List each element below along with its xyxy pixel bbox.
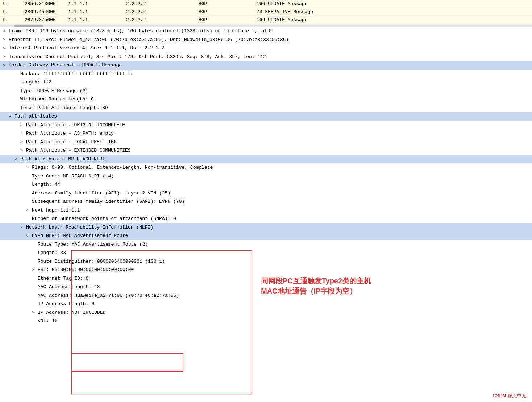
cell-dst: 2.2.2.2 — [123, 8, 196, 16]
watermark: CSDN @无中无 — [492, 393, 526, 399]
spacer8 — [26, 190, 31, 196]
extcomm-text: Path Attribute - EXTENDED_COMMUNITIES — [26, 147, 131, 154]
frame-text: Frame 989: 166 bytes on wire (1328 bits)… — [9, 28, 272, 35]
spacer15 — [32, 284, 37, 290]
toggle-mpreach[interactable]: v — [14, 156, 20, 162]
spacer13 — [32, 258, 37, 264]
cell-time: 2879.375000 — [22, 16, 65, 24]
detail-line-localpref[interactable]: > Path Attribute - LOCAL_PREF: 100 — [0, 138, 532, 147]
vni-text: VNI: 10 — [38, 317, 58, 325]
flags-text: Flags: 0x90, Optional, Extended-Length, … — [32, 164, 213, 171]
cell-len — [232, 0, 254, 8]
detail-line-rd: Route Distinguisher: 0000006400000001 (1… — [0, 257, 532, 266]
spacer6 — [26, 173, 31, 179]
cell-time: 2856.313000 — [22, 0, 65, 8]
detail-line-len33: Length: 33 — [0, 249, 532, 257]
table-row[interactable]: 9… 2869.454000 1.1.1.1 2.2.2.2 BGP 73 KE… — [0, 8, 532, 16]
cell-dst: 2.2.2.2 — [123, 0, 196, 8]
spacer4 — [14, 97, 20, 103]
cell-dst: 2.2.2.2 — [123, 16, 196, 24]
detail-line-snpa: Number of Subnetwork points of attachmen… — [0, 214, 532, 223]
detail-line-length: Length: 112 — [0, 78, 532, 87]
toggle-evpn[interactable]: v — [26, 233, 31, 239]
cell-len — [232, 8, 254, 16]
toggle-nexthop[interactable]: > — [26, 207, 31, 213]
spacer14 — [32, 275, 37, 282]
annotation-box-ip — [71, 353, 183, 372]
detail-line-flags[interactable]: > Flags: 0x90, Optional, Extended-Length… — [0, 163, 532, 172]
detail-line-typecode: Type Code: MP_REACH_NLRI (14) — [0, 172, 532, 181]
routetype-text: Route Type: MAC Advertisement Route (2) — [38, 241, 148, 248]
spacer9 — [26, 199, 31, 205]
detail-line-type: Type: UPDATE Message (2) — [0, 87, 532, 95]
toggle-extcomm[interactable]: > — [20, 148, 25, 154]
toggle-esi[interactable]: > — [32, 267, 37, 273]
origin-text: Path Attribute - ORIGIN: INCOMPLETE — [26, 122, 125, 129]
len44-text: Length: 44 — [32, 181, 60, 188]
toggle-origin[interactable]: > — [20, 122, 25, 128]
marker-text: Marker: ffffffffffffffffffffffffffffffff — [20, 70, 133, 78]
detail-line-afi: Address family identifier (AFI): Layer-2… — [0, 189, 532, 198]
detail-line-ip[interactable]: > Internet Protocol Version 4, Src: 1.1.… — [0, 44, 532, 53]
detail-line-evpn[interactable]: v EVPN NLRI: MAC Advertisement Route — [0, 231, 532, 240]
detail-line-marker: Marker: ffffffffffffffffffffffffffffffff — [0, 70, 532, 78]
toggle-aspath[interactable]: > — [20, 131, 25, 137]
aspath-text: Path Attribute - AS_PATH: empty — [26, 130, 114, 137]
evpn-text: EVPN NLRI: MAC Advertisement Route — [32, 232, 128, 239]
len33-text: Length: 33 — [38, 249, 66, 257]
cell-num: 9… — [0, 16, 22, 24]
detail-line-path-attrs[interactable]: v Path attributes — [0, 112, 532, 121]
safi-text: Subsequent address family identifier (SA… — [32, 198, 184, 205]
toggle-ipaddr[interactable]: > — [32, 309, 37, 316]
toggle-ethernet[interactable]: > — [3, 37, 8, 43]
nexthop-text: Next hop: 1.1.1.1 — [32, 207, 80, 214]
spacer7 — [26, 182, 31, 188]
toggle-path-attrs[interactable]: v — [9, 114, 14, 120]
detail-line-extcomm[interactable]: > Path Attribute - EXTENDED_COMMUNITIES — [0, 146, 532, 155]
localpref-text: Path Attribute - LOCAL_PREF: 100 — [26, 139, 117, 146]
detail-line-nexthop[interactable]: > Next hop: 1.1.1.1 — [0, 206, 532, 215]
detail-line-frame[interactable]: > Frame 989: 166 bytes on wire (1328 bit… — [0, 27, 532, 36]
detail-line-total-path: Total Path Attribute Length: 89 — [0, 104, 532, 112]
toggle-frame[interactable]: > — [3, 28, 8, 34]
scrollbar-horizontal[interactable] — [0, 24, 532, 27]
rd-text: Route Distinguisher: 0000006400000001 (1… — [38, 258, 165, 265]
detail-line-safi: Subsequent address family identifier (SA… — [0, 197, 532, 206]
cell-num: 9… — [0, 8, 22, 16]
detail-line-etag: Ethernet Tag ID: 0 — [0, 274, 532, 283]
withdrawn-text: Withdrawn Routes Length: 0 — [20, 96, 94, 103]
toggle-bgp[interactable]: v — [3, 62, 8, 69]
total-path-text: Total Path Attribute Length: 89 — [20, 104, 108, 112]
detail-line-mac: MAC Address: HuaweiTe_a2:7a:06 (70:7b:e8… — [0, 291, 532, 300]
detail-line-esi[interactable]: > ESI: 00:00:00:00:00:00:00:00:00:00 — [0, 266, 532, 274]
detail-line-maclen: MAC Address Length: 48 — [0, 283, 532, 291]
spacer — [14, 71, 20, 77]
spacer3 — [14, 88, 20, 94]
detail-line-ipaddr[interactable]: > IP Address: NOT INCLUDED — [0, 308, 532, 317]
detail-line-bgp[interactable]: v Border Gateway Protocol - UPDATE Messa… — [0, 61, 532, 70]
detail-line-tcp[interactable]: > Transmission Control Protocol, Src Por… — [0, 53, 532, 61]
cell-src: 1.1.1.1 — [65, 0, 123, 8]
cell-info: 166 UPDATE Message — [254, 16, 532, 24]
detail-line-nlri[interactable]: v Network Layer Reachability Information… — [0, 223, 532, 232]
cell-proto: BGP — [196, 16, 232, 24]
toggle-nlri[interactable]: v — [20, 224, 25, 230]
detail-line-ethernet[interactable]: > Ethernet II, Src: HuaweiTe_a2:7a:06 (7… — [0, 36, 532, 44]
detail-line-mpreach[interactable]: v Path Attribute - MP_REACH_NLRI — [0, 155, 532, 164]
toggle-localpref[interactable]: > — [20, 139, 25, 145]
ipaddr-text: IP Address: NOT INCLUDED — [38, 309, 105, 316]
detail-line-origin[interactable]: > Path Attribute - ORIGIN: INCOMPLETE — [0, 121, 532, 130]
table-row[interactable]: 9… 2856.313000 1.1.1.1 2.2.2.2 BGP 166 U… — [0, 0, 532, 8]
toggle-ip[interactable]: > — [3, 45, 8, 52]
table-row[interactable]: 9… 2879.375000 1.1.1.1 2.2.2.2 BGP 166 U… — [0, 16, 532, 24]
nlri-text: Network Layer Reachability Information (… — [26, 224, 153, 231]
toggle-tcp[interactable]: > — [3, 54, 8, 60]
detail-line-vni: VNI: 10 — [0, 317, 532, 325]
detail-line-aspath[interactable]: > Path Attribute - AS_PATH: empty — [0, 129, 532, 138]
esi-text: ESI: 00:00:00:00:00:00:00:00:00:00 — [38, 266, 134, 274]
scrollbar-thumb[interactable] — [14, 25, 43, 27]
toggle-flags[interactable]: > — [26, 165, 31, 171]
cell-len — [232, 16, 254, 24]
spacer16 — [32, 292, 37, 299]
mac-text: MAC Address: HuaweiTe_a2:7a:06 (70:7b:e8… — [38, 292, 179, 299]
